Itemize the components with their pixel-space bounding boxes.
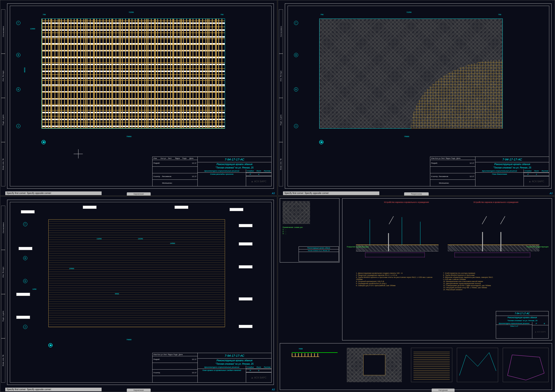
axis-marker: А [16,124,20,128]
dim: 12000 [30,28,35,30]
discipline: Архитектурно-строительные решения [496,322,532,325]
callout [21,210,35,213]
sheet-name: План демонтажа [475,173,524,176]
sandwich-panel-plan [48,219,225,327]
dim: 75000 [126,339,131,341]
titleblock: Изм Кол.уч Лист №док Подп. Дата Разраб. … [152,353,271,383]
axis-marker: Г [16,21,20,25]
tb-hdr: Кол.уч [161,157,168,159]
drawing-title: Реконструкция кровли здания [198,162,271,166]
company-logo: ▲ АСК БАРС [532,325,548,338]
tb-hdr: Дата [190,157,197,159]
dim: 750 [220,14,223,16]
command-line[interactable]: Specify first corner: Specify opposite c… [5,191,102,195]
axis-marker: А [294,124,298,128]
side-label: Взам. инв. № [2,355,4,366]
company-logo: ▲ АСК БАРС [246,176,271,186]
drawing-subtitle: "Теплая стоянка" по ул. Речная, 25 [198,166,271,169]
sheet-name: Узлы 1 и 2 [496,325,532,327]
tb-role: Н.контр. [153,175,161,177]
side-label: Согласовано [2,26,4,37]
detail-strip-1: 7008 [292,348,338,380]
titleblock: Изм Кол.уч Лист №док Подп. Дата Разраб. … [430,157,549,186]
viewport-bottom-right[interactable]: Примечание: схема узл. 1. … 2. … 3. … Ре… [278,196,555,392]
callout [19,247,32,250]
dim: 750 [320,14,323,16]
side-label: Подп. и дата [2,115,4,125]
side-strip: Согласовано Инв. № подл. Подп. и дата Вз… [1,206,5,383]
tb-hdr: Изм [153,157,161,159]
viewport-top-left[interactable]: Согласовано Инв. № подл. Подп. и дата Вз… [0,0,277,196]
detail-strip-4 [457,348,498,382]
side-label: Инв. № подл. [280,70,282,82]
drawing-subtitle: "Теплая стоянка" по ул. Речная, 25 [198,362,271,366]
drawing-code: 7-94-17-17-АС [475,157,549,162]
side-label: Подп. и дата [280,115,282,125]
axis-marker: Г [294,21,298,25]
viewport-top-right[interactable]: Согласовано Инв. № подл. Подп. и дата Вз… [278,0,555,196]
dim: 14500 [170,242,175,244]
tb-date: 12.17 [192,162,197,164]
layout-tab[interactable]: Карнизная [127,192,150,196]
detail-strip-3 [411,348,452,382]
drawing-code: 7-94-17-17-АС [496,311,548,316]
drawing-code: 7-94-17-17-АС [198,157,271,162]
cursor-crosshair [74,149,83,158]
company-logo: ▲ АСК БАРС [246,372,271,382]
detail-title: Устройство карниза и кровельного огражде… [466,201,526,203]
drawing-subtitle: "Теплая стоянка" по ул. Речная, 25 [475,166,549,169]
layout-tab[interactable]: Карнизная [127,389,150,392]
svg-marker-0 [508,355,544,380]
callout [230,208,243,211]
viewport-bottom-left[interactable]: Согласовано Инв. № подл. Подп. и дата Вз… [0,196,277,392]
dim: 75000 [126,136,131,138]
stage: Р [532,322,540,325]
dim: 750 [43,14,46,16]
axis-marker: А [23,325,27,329]
callout [239,325,253,328]
sheet-num: 5 [255,369,263,372]
dim: 14250 [138,238,143,240]
callout [83,206,96,209]
stage: Р [246,173,255,176]
format-label: А3 [272,192,275,195]
tb-name: Мелешенко [162,182,172,184]
side-label: Взам. инв. № [280,159,282,170]
side-label: Согласовано [280,26,282,37]
sheet-num: 2 [532,173,541,176]
dim: 48000 [24,67,26,73]
titleblock: Изм Кол.уч Лист №док Подп. Дата Разраб.1… [152,157,271,186]
axis-marker: Г [23,222,27,226]
callout [16,316,30,319]
axis-marker: В [16,53,20,57]
axis-marker: В [294,53,298,57]
drawing-code: 7-94-17-17-АС [198,353,271,359]
command-line[interactable]: Specify first corner: Specify opposite c… [283,191,379,195]
stage: Р [524,173,532,176]
dim: 1050 [32,288,37,290]
tb-hdr: Подп. [182,157,189,159]
notes-right: 7. Клей-герметик (по контуру примык) 8. … [443,272,494,291]
drawing-subtitle: "Теплая стоянка" по ул. Речная, 25 [496,319,548,322]
callout [239,242,253,246]
layout-tab[interactable]: Разуклонка [404,192,429,196]
axis-marker: 13 [319,140,323,144]
command-line[interactable]: Specify first corner: Specify opposite c… [5,388,102,391]
tb-role: Разраб. [153,162,160,164]
roof-plan-layout [42,19,225,129]
callout [175,206,188,209]
section-detail-2: Покрытие Существующее [448,210,539,265]
sheet-num: 4 [255,173,263,176]
dim: 75000 [404,136,409,138]
sheet-name: План кровли из кровельных сэндвич-панеле… [198,369,246,372]
section-detail-1: Покрытие Существующее [356,210,438,265]
dim: 750 [498,14,501,16]
detail-thumbnail [283,201,310,224]
format-label: А3 [550,192,553,195]
tb-hdr: Лист [168,157,175,159]
callout [239,224,253,227]
side-strip: Согласовано Инв. № подл. Подп. и дата Вз… [279,9,283,186]
layout-tab[interactable]: Натурная [432,389,454,392]
titleblock: 7-94-17-17-АС Реконструкция кровли здани… [496,311,548,339]
axis-marker: 13 [42,140,46,144]
